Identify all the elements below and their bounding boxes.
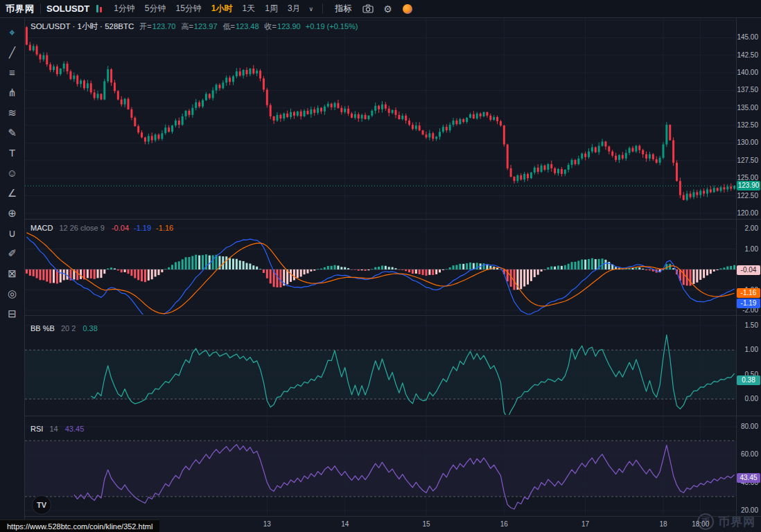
tradingview-logo[interactable]: TV [32,495,51,515]
axis-tick-label: 2.00 [745,224,758,233]
axis-tick-label: 1.00 [745,346,758,354]
draw-mode-icon[interactable]: ✐ [2,243,23,263]
axis-tick-label: 132.50 [737,121,758,130]
emoji-icon[interactable]: ☺ [2,163,23,183]
axis-tick-label: 122.50 [737,192,758,200]
timeframe-group: 1分钟5分钟15分钟1小时1天1周3月 [109,1,305,17]
price-axis[interactable]: 145.00142.50140.00137.50135.00132.50130.… [736,0,761,516]
divider [322,3,323,14]
axis-tick-label: 145.00 [737,33,758,42]
macd-panel-canvas[interactable] [25,220,736,314]
camera-snapshot-icon[interactable] [358,4,378,13]
magnet-icon[interactable]: ∪ [2,223,23,243]
axis-price-badge: -0.04 [737,265,760,275]
settings-gear-icon[interactable]: ⚙ [378,3,397,15]
price-axis-separator [736,18,737,516]
rsi-panel-canvas[interactable] [25,417,736,516]
pitchfork-icon[interactable]: ⋔ [2,82,23,103]
symbol-name[interactable]: SOLUSDT [46,3,89,14]
axis-tick-label: 130.00 [737,139,758,147]
timeframe-btn-1[interactable]: 5分钟 [140,1,171,17]
axis-price-badge: -1.19 [737,299,760,308]
timeframe-btn-6[interactable]: 3月 [283,1,306,17]
axis-tick-label: 20.00 [741,506,758,515]
brand-orb-icon[interactable] [403,4,412,14]
chevron-down-icon[interactable]: ∨ [306,6,317,12]
time-tick-label: 18 [659,520,667,528]
bb-panel-canvas[interactable] [25,317,736,415]
text-icon[interactable]: T [2,143,23,163]
axis-tick-label: 60.00 [741,450,758,459]
indicators-button[interactable]: 指标 [329,1,358,17]
topbar: 币界网 SOLUSDT 1分钟5分钟15分钟1小时1天1周3月 ∨ 指标 ⚙ [0,0,761,18]
time-tick-label: 15 [422,520,430,528]
trading-terminal: 币界网 SOLUSDT 1分钟5分钟15分钟1小时1天1周3月 ∨ 指标 ⚙ ⌖… [0,0,761,532]
axis-price-badge: 123.90 [737,181,760,190]
zoom-icon[interactable]: ⊕ [2,203,23,223]
panel-separator[interactable] [25,219,761,220]
time-tick-label: 17 [581,520,589,528]
brush-icon[interactable]: ✎ [2,123,23,143]
divider [40,3,41,14]
axis-tick-label: 127.50 [737,157,758,165]
browser-status-url: https://www.528btc.com/coin/kline/352.ht… [0,520,159,532]
time-tick-label: 16 [500,520,508,528]
axis-price-badge: 43.45 [737,473,760,483]
axis-tick-label: 1.50 [745,321,758,330]
crosshair-icon[interactable]: ⌖ [2,22,23,42]
site-logo[interactable]: 币界网 [6,3,35,15]
pattern-icon[interactable]: ≋ [2,103,23,123]
trendline-icon[interactable]: ╱ [2,42,23,62]
axis-price-badge: -1.16 [737,288,760,298]
drawing-toolbar: ⌖╱≡⋔≋✎T☺∠⊕∪✐⊠◎⊟ [0,18,25,532]
panel-separator[interactable] [25,416,761,416]
timeframe-btn-2[interactable]: 15分钟 [171,1,207,17]
time-tick-label: 14 [341,520,349,528]
panel-separator[interactable] [25,315,761,316]
axis-tick-label: 142.50 [737,51,758,60]
axis-tick-label: 0.00 [745,395,758,403]
lock-icon[interactable]: ⊠ [2,263,23,283]
time-tick-label: 18:00 [692,520,709,528]
price-panel-canvas[interactable] [25,18,736,219]
axis-tick-label: 140.00 [737,69,758,77]
axis-tick-label: 137.50 [737,86,758,94]
delete-drawings-icon[interactable]: ⊟ [2,303,23,323]
timeframe-btn-4[interactable]: 1天 [238,1,261,17]
axis-tick-label: 1.00 [745,245,758,254]
axis-tick-label: 80.00 [741,423,758,431]
timeframe-btn-3[interactable]: 1小时 [207,1,238,17]
measure-icon[interactable]: ∠ [2,183,23,203]
axis-tick-label: 135.00 [737,104,758,112]
fib-retracement-icon[interactable]: ≡ [2,62,23,82]
hide-drawings-icon[interactable]: ◎ [2,283,23,303]
timeframe-btn-5[interactable]: 1周 [260,1,283,17]
candlestick-style-icon[interactable] [96,5,102,12]
time-axis-separator [0,516,761,517]
axis-price-badge: 0.38 [737,375,760,385]
axis-tick-label: 120.00 [737,209,758,218]
timeframe-btn-0[interactable]: 1分钟 [109,1,140,17]
time-tick-label: 13 [263,520,271,528]
